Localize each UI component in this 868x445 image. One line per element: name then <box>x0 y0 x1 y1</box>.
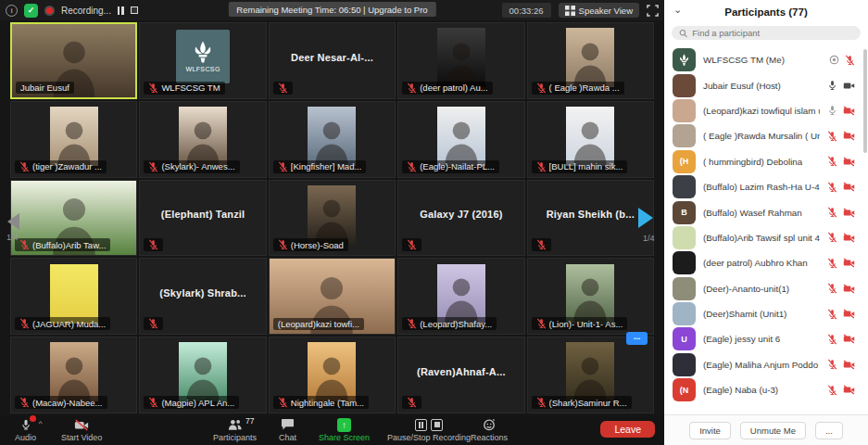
info-icon[interactable]: i <box>6 5 18 17</box>
video-tile[interactable]: (deer patrol) Au... <box>397 22 524 99</box>
video-tile[interactable]: (Lion)- Unit-1- As... <box>527 258 654 335</box>
fullscreen-icon[interactable] <box>647 5 659 17</box>
video-tile[interactable]: (Skylark) Shrab... <box>139 258 266 335</box>
mic-muted-icon <box>827 232 837 243</box>
tile-name-chip: [Kingfisher] Mad... <box>273 160 367 173</box>
prev-page-arrow[interactable] <box>7 213 19 230</box>
participant-row[interactable]: (Buffalo)Arib Tawsif spl unit 4 <box>664 225 868 250</box>
video-tile[interactable]: (Skylark)- Anwes... <box>139 101 266 178</box>
video-tile[interactable]: [Kingfisher] Mad... <box>269 101 396 178</box>
mic-muted-icon <box>536 161 547 172</box>
avatar <box>673 302 696 325</box>
participant-row[interactable]: (H( hummingbird) Debolina <box>664 149 868 174</box>
video-tile[interactable]: ( Eagle )Rawda ... <box>527 22 654 99</box>
video-tile[interactable]: (Eagle)-Nailat-PL... <box>397 101 524 178</box>
video-tile[interactable]: (Leopard)Shafay... <box>397 258 524 335</box>
audio-label: Audio <box>15 433 36 442</box>
stop-recording-icon[interactable] <box>431 419 443 431</box>
video-tile[interactable]: (Buffalo)Arib Taw... <box>10 180 137 257</box>
video-tile[interactable]: (Magpie) APL An... <box>139 337 266 413</box>
video-tile[interactable]: (JAGUAR) Muda... <box>10 258 137 335</box>
participant-name: (Buffalo)Arib Tawsif spl unit 4 <box>703 233 820 243</box>
profile-photo <box>437 107 485 166</box>
tile-name-chip: (Leopard)Shafay... <box>402 317 497 330</box>
video-tile[interactable]: (Elephant) Tanzil <box>139 180 266 257</box>
participant-search-box[interactable] <box>672 26 861 40</box>
video-tile[interactable]: (Horse)-Soad <box>269 180 396 257</box>
share-screen-button[interactable]: ↑ Share Screen <box>319 417 370 442</box>
profile-photo <box>437 28 485 87</box>
unmute-me-button[interactable]: Unmute Me <box>740 422 806 439</box>
pause-stop-recording-button[interactable]: Pause/Stop Recording <box>387 417 471 442</box>
avatar <box>673 175 696 198</box>
tile-name-label: (Skylark)- Anwes... <box>161 161 234 172</box>
footer-more-button[interactable]: ... <box>815 422 843 439</box>
participants-panel-footer: Invite Unmute Me ... <box>664 414 868 445</box>
pause-recording-icon[interactable] <box>118 6 124 15</box>
tile-more-button[interactable]: ... <box>626 332 648 345</box>
tile-name-label: (tiger )Zawadur ... <box>32 161 102 172</box>
profile-photo <box>308 185 356 245</box>
panel-collapse-icon[interactable]: ⌄ <box>673 4 682 16</box>
video-tile[interactable]: Nightingale (Tam... <box>269 337 396 413</box>
participants-button[interactable]: 77 Participants <box>213 417 257 442</box>
participant-display-name: (Raven)Ahnaf-A... <box>398 366 523 377</box>
next-page-arrow[interactable] <box>638 208 653 228</box>
tile-name-chip: (Buffalo)Arib Taw... <box>15 238 110 251</box>
reactions-button[interactable]: Reactions <box>471 417 508 442</box>
speaker-view-label: Speaker View <box>579 6 633 16</box>
video-tile[interactable]: (Shark)Saminur R... <box>527 337 654 413</box>
video-tile[interactable]: WLFSCSGWLFSCSG TM <box>139 22 266 99</box>
mic-muted-icon <box>19 318 30 329</box>
participant-row[interactable]: (deer patrol) Aubhro Khan <box>664 250 868 275</box>
tile-name-chip <box>532 238 551 251</box>
mic-muted-icon <box>827 131 837 142</box>
audio-button[interactable]: ^ Audio <box>15 417 36 442</box>
participant-row[interactable]: (Deer)-Ananto-unit(1) <box>664 276 868 301</box>
video-tile[interactable]: Jubair Eusuf <box>10 22 137 99</box>
participant-row[interactable]: B(Buffalo) Wasef Rahman <box>664 199 868 224</box>
tile-name-chip: (Leopard)kazi towfi... <box>273 318 364 330</box>
video-tile[interactable]: Riyan Sheikh (b... <box>527 180 654 257</box>
video-tile[interactable]: (tiger )Zawadur ... <box>10 101 137 178</box>
speaker-view-button[interactable]: Speaker View <box>559 3 639 18</box>
participant-row[interactable]: (Buffalo) Lazim Rash-Ha U-4 <box>664 174 868 199</box>
participant-row[interactable]: (Leopard)kazi towfiqul islam uni... <box>664 98 868 123</box>
leave-button[interactable]: Leave <box>600 421 655 438</box>
invite-button[interactable]: Invite <box>689 422 731 439</box>
mic-muted-icon <box>278 83 288 94</box>
logo-text: WLFSCSG <box>185 66 220 72</box>
video-tile[interactable]: Galaxy J7 (2016) <box>397 180 524 257</box>
chat-button[interactable]: Chat <box>279 417 296 442</box>
video-tile[interactable]: [BULL] mahin sik... <box>527 101 654 178</box>
tile-name-chip <box>144 238 163 251</box>
participant-row[interactable]: (N(Eagle) Naba (u-3) <box>664 377 868 402</box>
camera-off-icon <box>843 233 855 243</box>
person-silhouette <box>442 114 481 166</box>
participant-row[interactable]: (Eagle) Maliha Anjum Poddo U-3 <box>664 352 868 377</box>
mic-muted-icon <box>827 258 837 269</box>
video-tile[interactable]: (Leopard)kazi towfi... <box>269 258 396 335</box>
participant-row[interactable]: ( Eagle )Rawda Mursalin ( Unit -... <box>664 123 868 148</box>
video-tile[interactable]: Deer Nesar-Al-... <box>269 22 396 99</box>
start-video-button[interactable]: Start Video <box>61 417 102 442</box>
remaining-time-chip[interactable]: Remaining Meeting Time: 06:50 | Upgrade … <box>228 2 435 17</box>
participant-row[interactable]: WLFSCSG TM (Me) <box>664 47 868 72</box>
video-tile[interactable]: (Macaw)-Nabee... <box>10 337 137 413</box>
video-tile[interactable]: (Raven)Ahnaf-A... <box>397 337 524 413</box>
participant-search-input[interactable] <box>692 28 853 38</box>
tile-name-label: [BULL] mahin sik... <box>549 161 623 172</box>
participant-display-name: (Skylark) Shrab... <box>140 287 265 299</box>
encryption-shield-icon[interactable]: ✓ <box>24 4 38 18</box>
panel-scrollbar[interactable] <box>863 49 867 153</box>
pause-recording-icon[interactable] <box>415 419 427 431</box>
stop-recording-icon[interactable] <box>131 6 138 14</box>
participant-row[interactable]: U(Eagle) jessy unit 6 <box>664 326 868 351</box>
mic-muted-icon <box>407 161 417 172</box>
tile-name-chip <box>402 396 421 409</box>
profile-photo <box>566 342 614 401</box>
participant-row[interactable]: Jubair Eusuf (Host) <box>664 72 868 97</box>
audio-options-caret[interactable]: ^ <box>39 419 43 427</box>
camera-off-icon <box>843 131 855 141</box>
participant-row[interactable]: (Deer)Shamit (Unit1) <box>664 301 868 326</box>
